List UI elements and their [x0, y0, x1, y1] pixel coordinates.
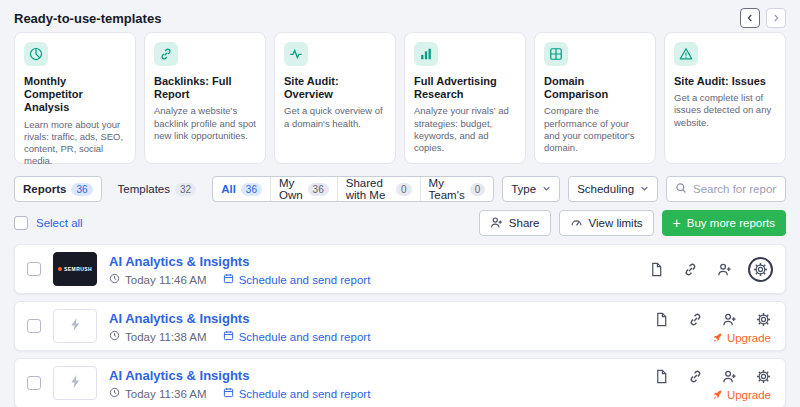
scope-my-teams-count: 0: [470, 183, 486, 196]
tab-reports-label: Reports: [23, 183, 66, 195]
scope-shared-with-me[interactable]: Shared with Me 0: [337, 177, 420, 201]
bar-chart-icon: [414, 42, 438, 66]
report-row: SEMRUSH AI Analytics & Insights Today 11…: [14, 244, 786, 294]
report-row: AI Analytics & Insights Today 11:38 AM S…: [14, 301, 786, 351]
row-actions: [646, 257, 773, 282]
upgrade-label: Upgrade: [727, 389, 771, 401]
template-title: Full Advertising Research: [414, 75, 516, 101]
row-checkbox[interactable]: [27, 319, 41, 333]
report-time-text: Today 11:36 AM: [125, 388, 207, 400]
document-icon[interactable]: [651, 367, 671, 387]
schedule-send-link[interactable]: Schedule and send report: [223, 330, 371, 343]
person-add-icon[interactable]: [714, 259, 734, 279]
template-card-full-advertising-research[interactable]: Full Advertising Research Analyze your r…: [404, 32, 526, 164]
gear-icon[interactable]: [748, 257, 773, 282]
report-main: AI Analytics & Insights Today 11:38 AM S…: [109, 309, 639, 343]
scope-all[interactable]: All 36: [213, 177, 270, 201]
bolt-thumbnail: [53, 366, 97, 400]
tab-templates-count: 32: [175, 183, 196, 196]
clock-icon: [109, 387, 120, 400]
select-all-checkbox[interactable]: [14, 216, 28, 230]
report-timestamp: Today 11:38 AM: [109, 330, 207, 343]
report-time-text: Today 11:46 AM: [125, 274, 207, 286]
upgrade-label: Upgrade: [727, 332, 771, 344]
report-timestamp: Today 11:36 AM: [109, 387, 207, 400]
template-card-site-audit-issues[interactable]: Site Audit: Issues Get a complete list o…: [664, 32, 786, 164]
report-title-link[interactable]: AI Analytics & Insights: [109, 254, 249, 269]
tab-reports[interactable]: Reports 36: [14, 176, 102, 202]
row-checkbox[interactable]: [27, 262, 41, 276]
row-checkbox[interactable]: [27, 376, 41, 390]
rocket-icon: [712, 332, 723, 345]
scope-shared-label: Shared with Me: [346, 177, 391, 201]
templates-carousel-nav: [740, 8, 786, 28]
template-title: Domain Comparison: [544, 75, 646, 101]
plus-icon: +: [673, 216, 681, 230]
template-card-monthly-competitor-analysis[interactable]: Monthly Competitor Analysis Learn more a…: [14, 32, 136, 164]
scope-my-own-label: My Own: [279, 177, 303, 201]
template-description: Learn more about your rivals: traffic, a…: [24, 119, 126, 168]
template-description: Get a quick overview of a domain's healt…: [284, 105, 386, 129]
report-meta: Today 11:36 AM Schedule and send report: [109, 387, 639, 400]
next-templates-button[interactable]: [766, 8, 786, 28]
schedule-send-link[interactable]: Schedule and send report: [223, 387, 371, 400]
template-title: Monthly Competitor Analysis: [24, 75, 126, 115]
row-actions-column: Upgrade: [651, 365, 773, 402]
link-icon[interactable]: [685, 310, 705, 330]
report-time-text: Today 11:38 AM: [125, 331, 207, 343]
chevron-down-icon: [542, 183, 551, 195]
template-card-domain-comparison[interactable]: Domain Comparison Compare the performanc…: [534, 32, 656, 164]
prev-templates-button[interactable]: [740, 8, 760, 28]
upgrade-link[interactable]: Upgrade: [712, 389, 771, 402]
report-title-link[interactable]: AI Analytics & Insights: [109, 368, 249, 383]
report-search: [666, 176, 786, 202]
type-dropdown[interactable]: Type: [502, 176, 560, 202]
calendar-icon: [223, 273, 234, 286]
gauge-icon: [570, 216, 583, 231]
template-card-backlinks-full-report[interactable]: Backlinks: Full Report Analyze a website…: [144, 32, 266, 164]
gear-icon[interactable]: [753, 310, 773, 330]
gear-icon[interactable]: [753, 367, 773, 387]
select-all-control: Select all: [14, 216, 83, 230]
clock-icon: [109, 273, 120, 286]
view-limits-button[interactable]: View limits: [559, 210, 654, 236]
template-description: Get a complete list of issues detected o…: [674, 92, 776, 128]
template-card-site-audit-overview[interactable]: Site Audit: Overview Get a quick overvie…: [274, 32, 396, 164]
warning-triangle-icon: [674, 42, 698, 66]
template-title: Site Audit: Issues: [674, 75, 776, 88]
clock-icon: [109, 330, 120, 343]
person-add-icon[interactable]: [719, 367, 739, 387]
tab-templates[interactable]: Templates 32: [110, 176, 205, 202]
bolt-thumbnail: [53, 309, 97, 343]
person-add-icon[interactable]: [719, 310, 739, 330]
tab-reports-count: 36: [71, 183, 92, 196]
buy-more-reports-button[interactable]: + Buy more reports: [662, 210, 786, 236]
schedule-send-text: Schedule and send report: [239, 274, 371, 286]
link-icon[interactable]: [685, 367, 705, 387]
document-icon[interactable]: [651, 310, 671, 330]
upgrade-link[interactable]: Upgrade: [712, 332, 771, 345]
report-title-link[interactable]: AI Analytics & Insights: [109, 311, 249, 326]
bolt-icon: [68, 374, 83, 393]
scope-my-own[interactable]: My Own 36: [270, 177, 337, 201]
share-button-label: Share: [509, 217, 540, 229]
select-all-label[interactable]: Select all: [36, 217, 83, 229]
person-add-icon: [490, 216, 503, 231]
schedule-send-text: Schedule and send report: [239, 331, 371, 343]
search-input[interactable]: [693, 183, 777, 195]
document-icon[interactable]: [646, 259, 666, 279]
share-button[interactable]: Share: [479, 210, 551, 236]
scheduling-dropdown[interactable]: Scheduling: [568, 176, 658, 202]
pie-chart-icon: [24, 42, 48, 66]
report-row: AI Analytics & Insights Today 11:36 AM S…: [14, 358, 786, 407]
scope-my-teams[interactable]: My Team's 0: [420, 177, 494, 201]
schedule-send-link[interactable]: Schedule and send report: [223, 273, 371, 286]
scheduling-dropdown-label: Scheduling: [577, 183, 634, 195]
reports-page: Ready-to-use-templates Monthly Competito…: [0, 0, 800, 407]
page-title: Ready-to-use-templates: [14, 11, 161, 26]
tab-templates-label: Templates: [118, 183, 170, 195]
scope-my-teams-label: My Team's: [429, 177, 465, 201]
buy-more-reports-label: Buy more reports: [687, 217, 775, 229]
link-icon[interactable]: [680, 259, 700, 279]
report-timestamp: Today 11:46 AM: [109, 273, 207, 286]
